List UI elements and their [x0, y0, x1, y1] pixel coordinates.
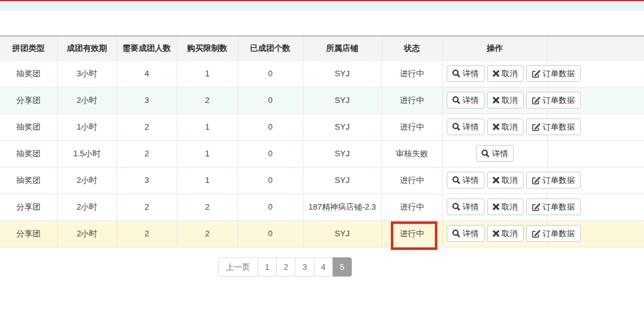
cell-purchase_limit: 1	[177, 140, 238, 167]
actions-group: 详情	[476, 145, 514, 162]
detail-button[interactable]: 详情	[447, 118, 485, 135]
cancel-button[interactable]: 取消	[487, 65, 524, 82]
x-icon	[493, 97, 499, 104]
order-data-button[interactable]: 订单数据	[526, 172, 581, 189]
column-header-type: 拼团类型	[0, 36, 57, 60]
pagination-page-5[interactable]: 5	[333, 257, 352, 277]
detail-button[interactable]: 详情	[447, 225, 485, 242]
edit-icon	[532, 229, 540, 238]
order-data-button[interactable]: 订单数据	[526, 198, 581, 215]
action-button-label: 详情	[492, 149, 508, 158]
edit-icon	[532, 96, 540, 105]
cell-completed_groups: 0	[238, 87, 303, 113]
cancel-button[interactable]: 取消	[487, 118, 524, 135]
action-button-label: 详情	[463, 202, 479, 211]
x-icon	[493, 177, 499, 184]
search-icon	[452, 229, 460, 238]
detail-button[interactable]: 详情	[447, 172, 485, 189]
column-header-spacer	[547, 36, 644, 60]
pagination-page-1[interactable]: 1	[257, 257, 277, 277]
cancel-button[interactable]: 取消	[487, 225, 524, 242]
cell-status: 进行中	[382, 193, 442, 220]
cell-purchase_limit: 2	[177, 193, 238, 220]
order-data-button[interactable]: 订单数据	[526, 225, 581, 242]
cell-completed_groups: 0	[238, 60, 303, 87]
detail-button[interactable]: 详情	[447, 65, 485, 82]
search-icon	[452, 69, 460, 78]
cell-status: 进行中	[382, 113, 442, 140]
cell-purchase_limit: 1	[177, 167, 238, 193]
cell-valid_period: 2小时	[57, 87, 117, 113]
table-row: 抽奖团1.5小时210SYJ审核失败详情	[0, 140, 644, 167]
cell-required_members: 4	[117, 60, 177, 87]
cell-status: 进行中	[382, 87, 442, 113]
cell-type: 分享团	[0, 87, 57, 113]
cell-required_members: 3	[117, 167, 177, 193]
cell-actions: 详情取消订单数据	[442, 220, 547, 247]
order-data-button[interactable]: 订单数据	[526, 65, 581, 82]
column-header-valid_period: 成团有效期	[57, 36, 117, 60]
cell-purchase_limit: 2	[177, 87, 238, 113]
order-data-button[interactable]: 订单数据	[526, 118, 581, 135]
action-button-label: 详情	[463, 175, 479, 185]
column-header-actions: 操作	[442, 36, 547, 60]
search-icon	[452, 96, 460, 104]
action-button-label: 取消	[502, 229, 518, 238]
cell-purchase_limit: 1	[177, 113, 238, 140]
pagination-prev-button[interactable]: 上一页	[218, 257, 258, 277]
cell-completed_groups: 0	[238, 220, 303, 247]
cell-type: 抽奖团	[0, 113, 57, 140]
search-icon	[452, 203, 460, 211]
cell-status-annotated: 进行中	[382, 220, 442, 247]
pagination: 上一页12345	[0, 257, 570, 277]
detail-button[interactable]: 详情	[447, 198, 485, 215]
actions-group: 详情取消订单数据	[447, 118, 581, 135]
pagination-page-2[interactable]: 2	[276, 257, 295, 277]
cancel-button[interactable]: 取消	[487, 172, 524, 189]
cell-completed_groups: 0	[238, 167, 303, 193]
cell-status: 进行中	[382, 60, 442, 87]
cell-completed_groups: 0	[238, 193, 303, 220]
detail-button[interactable]: 详情	[447, 92, 485, 109]
cell-completed_groups: 0	[238, 140, 303, 167]
order-data-button[interactable]: 订单数据	[526, 92, 581, 109]
cell-valid_period: 1.5小时	[57, 140, 117, 167]
cell-status: 进行中	[382, 167, 442, 193]
cell-purchase_limit: 2	[177, 220, 238, 247]
cell-actions: 详情取消订单数据	[442, 87, 547, 113]
action-button-label: 详情	[463, 229, 479, 238]
table-row: 分享团2小时220SYJ进行中详情取消订单数据	[0, 220, 644, 247]
pagination-page-4[interactable]: 4	[314, 257, 333, 277]
action-button-label: 详情	[463, 122, 479, 131]
search-icon	[452, 176, 460, 184]
pagination-page-3[interactable]: 3	[295, 257, 314, 277]
search-icon	[481, 149, 490, 158]
cell-valid_period: 2小时	[57, 220, 117, 247]
cancel-button[interactable]: 取消	[487, 198, 524, 215]
column-header-status: 状态	[382, 36, 442, 60]
cell-required_members: 2	[117, 113, 177, 140]
cell-required_members: 3	[117, 87, 177, 113]
action-button-label: 详情	[463, 95, 479, 105]
detail-button[interactable]: 详情	[476, 145, 514, 162]
cell-required_members: 2	[117, 193, 177, 220]
action-button-label: 订单数据	[543, 122, 575, 131]
action-button-label: 订单数据	[543, 69, 575, 78]
cell-shop: SYJ	[303, 113, 382, 140]
action-button-label: 取消	[502, 202, 518, 211]
cell-completed_groups: 0	[238, 113, 303, 140]
action-button-label: 订单数据	[543, 175, 575, 185]
action-button-label: 详情	[463, 69, 479, 78]
cell-valid_period: 1小时	[57, 113, 117, 140]
edit-icon	[532, 69, 540, 78]
cell-type: 分享团	[0, 220, 57, 247]
cell-shop: SYJ	[303, 167, 382, 193]
action-button-label: 取消	[502, 69, 518, 78]
cancel-button[interactable]: 取消	[487, 92, 524, 109]
action-button-label: 取消	[502, 122, 518, 131]
cell-required_members: 2	[117, 140, 177, 167]
table-row: 分享团2小时320SYJ进行中详情取消订单数据	[0, 87, 644, 113]
header-band	[0, 1, 644, 11]
table-row: 抽奖团2小时310SYJ进行中详情取消订单数据	[0, 167, 644, 193]
x-icon	[493, 203, 499, 210]
